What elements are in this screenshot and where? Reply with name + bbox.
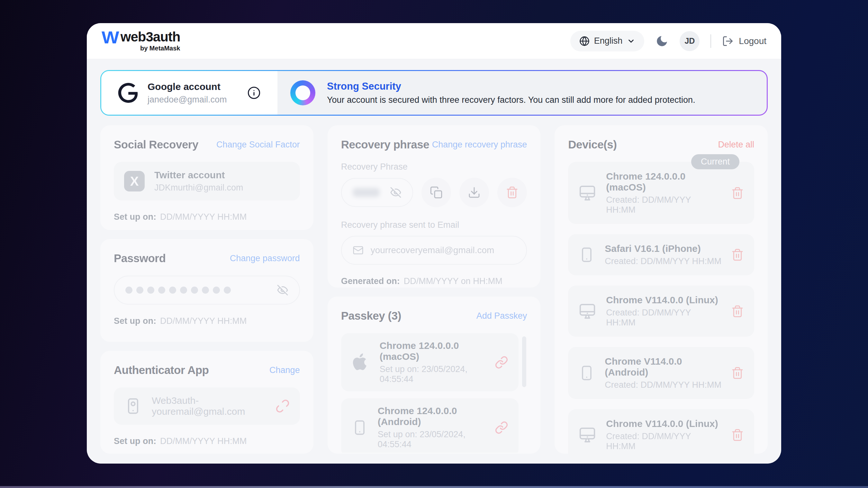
twitter-account-tile: X Twitter account JDKmurthi@gmail.com (114, 162, 300, 200)
device-name: Chrome 124.0.0.0 (macOS) (606, 171, 721, 193)
delete-all-devices-link[interactable]: Delete all (718, 140, 754, 150)
security-status-description: Your account is secured with three recov… (327, 95, 695, 105)
logout-button[interactable]: Logout (722, 35, 767, 47)
web3auth-logo-mark: W (101, 31, 117, 45)
web3auth-logo: W web3auth by MetaMask (101, 30, 180, 52)
smartphone-icon (578, 365, 595, 381)
link-icon[interactable] (495, 421, 508, 434)
factors-grid: Social Recovery Change Social Factor X T… (100, 125, 768, 454)
google-account-email: janedoe@gmail.com (148, 95, 238, 105)
passkey-item: Chrome 124.0.0.0 (Android) Set up on: 23… (341, 398, 519, 453)
recovery-generated-meta: Generated on:DD/MM/YYYY on HH:MM (341, 276, 527, 286)
trash-icon (506, 186, 519, 199)
logout-label: Logout (739, 36, 767, 46)
passkey-name: Chrome 124.0.0.0 (Android) (378, 405, 486, 427)
password-field[interactable] (114, 275, 300, 304)
social-recovery-title: Social Recovery (114, 138, 198, 151)
current-device-badge: Current (691, 154, 739, 169)
device-created: Created: DD/MM/YYY HH:MM (605, 380, 721, 390)
google-account-title: Google account (148, 81, 238, 92)
eye-off-icon[interactable] (277, 284, 288, 296)
monitor-icon (578, 184, 596, 202)
passkey-setup: Set up on: 23/05/2024, 04:55:44 (380, 364, 486, 384)
password-masked-dots (125, 287, 277, 294)
security-ring-icon (290, 80, 315, 105)
content-area: Google account janedoe@gmail.com Strong … (87, 59, 781, 464)
authenticator-email: Web3auth-youremail@gmal.com (152, 395, 266, 417)
device-name: Chrome V114.0.0 (Linux) (606, 295, 721, 305)
devices-title: Device(s) (568, 138, 617, 151)
logout-icon (722, 35, 734, 47)
password-title: Password (114, 252, 165, 265)
add-passkey-link[interactable]: Add Passkey (476, 311, 527, 321)
language-label: English (594, 36, 623, 46)
globe-icon (579, 36, 590, 46)
copy-phrase-button[interactable] (422, 178, 451, 207)
device-item: Chrome V114.0.0 (Android) Created: DD/MM… (568, 347, 754, 399)
recovery-phrase-field[interactable] (341, 178, 413, 207)
recovery-phrase-card: Recovery phrase Change recovery phrase R… (328, 125, 541, 288)
smartphone-icon (124, 397, 142, 415)
authenticator-card: Authenticator App Change Web3auth-yourem… (100, 351, 313, 454)
change-password-link[interactable]: Change password (230, 254, 300, 263)
authenticator-setup-meta: Set up on:DD/MM/YYYY HH:MM (114, 436, 300, 446)
user-avatar[interactable]: JD (680, 31, 700, 51)
dark-mode-moon-icon[interactable] (655, 34, 669, 48)
mail-icon (353, 245, 364, 256)
device-item: Safari V16.1 (iPhone) Created: DD/MM/YYY… (568, 234, 754, 275)
smartphone-icon (351, 419, 368, 436)
device-created: Created: DD/MM/YYY HH:MM (606, 195, 721, 215)
trash-icon[interactable] (731, 305, 744, 318)
metamask-byline: by MetaMask (140, 45, 180, 52)
twitter-account-label: Twitter account (154, 170, 290, 181)
eye-off-icon[interactable] (390, 187, 402, 198)
bottom-edge-glow (0, 486, 868, 488)
passkey-item: Chrome 124.0.0.0 (macOS) Set up on: 23/0… (341, 333, 519, 391)
recovery-phrase-title: Recovery phrase (341, 138, 430, 151)
trash-icon[interactable] (731, 187, 744, 199)
security-status-section: Strong Security Your account is secured … (277, 71, 767, 115)
language-selector[interactable]: English (570, 31, 645, 52)
device-name: Chrome V114.0.0 (Android) (605, 356, 721, 378)
monitor-icon (578, 426, 596, 444)
change-recovery-phrase-link[interactable]: Change recovery phrase (432, 140, 527, 150)
password-setup-meta: Set up on:DD/MM/YYYY HH:MM (114, 316, 300, 326)
authenticator-tile: Web3auth-youremail@gmal.com (114, 387, 300, 425)
app-window: W web3auth by MetaMask English JD (87, 23, 781, 464)
change-social-factor-link[interactable]: Change Social Factor (216, 140, 300, 150)
recovery-email-field[interactable]: yourrecoveryemail@gmail.com (341, 236, 527, 265)
link-icon[interactable] (495, 356, 508, 369)
web3auth-logo-text: web3auth (121, 30, 180, 44)
apple-icon (351, 353, 370, 372)
header: W web3auth by MetaMask English JD (87, 23, 781, 59)
unlink-icon[interactable] (276, 399, 290, 413)
info-icon[interactable] (247, 86, 261, 100)
device-created: Created: DD/MM/YYY HH:MM (606, 308, 721, 328)
copy-icon (430, 186, 443, 199)
download-phrase-button[interactable] (459, 178, 489, 207)
google-g-icon (118, 83, 138, 103)
device-created: Created: DD/MM/YYY HH:MM (606, 431, 721, 451)
delete-phrase-button[interactable] (497, 178, 527, 207)
passkey-card: Passkey (3) Add Passkey Chrome 124.0.0.0… (328, 296, 541, 454)
recovery-email-value: yourrecoveryemail@gmail.com (371, 245, 494, 255)
trash-icon[interactable] (731, 248, 744, 261)
download-icon (468, 186, 480, 199)
trash-icon[interactable] (731, 366, 744, 380)
device-item: Chrome V114.0.0 (Linux) Created: DD/MM/Y… (568, 286, 754, 337)
authenticator-title: Authenticator App (114, 364, 209, 377)
x-twitter-icon: X (124, 171, 145, 192)
security-banner: Google account janedoe@gmail.com Strong … (100, 70, 768, 116)
password-card: Password Change password Set up on:DD/MM… (100, 239, 313, 342)
passkey-list[interactable]: Chrome 124.0.0.0 (macOS) Set up on: 23/0… (341, 333, 527, 453)
social-setup-meta: Set up on:DD/MM/YYYY HH:MM (114, 212, 300, 222)
change-authenticator-link[interactable]: Change (270, 365, 300, 375)
security-status-title: Strong Security (327, 80, 695, 92)
passkey-title: Passkey (3) (341, 310, 401, 322)
recovery-email-label: Recovery phrase sent to Email (341, 220, 527, 230)
device-name: Chrome V114.0.0 (Linux) (606, 418, 721, 429)
passkey-scrollbar[interactable] (522, 336, 526, 387)
recovery-phrase-label: Recovery Phrase (341, 162, 527, 172)
passkey-setup: Set up on: 23/05/2024, 04:55:44 (378, 429, 486, 450)
trash-icon[interactable] (731, 429, 744, 442)
